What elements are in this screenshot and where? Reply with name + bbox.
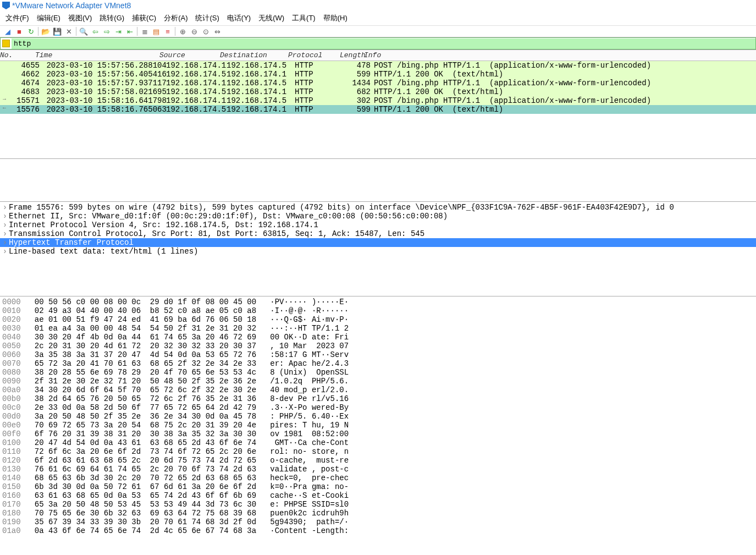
detail-line[interactable]: ›Internet Protocol Version 4, Src: 192.1… — [0, 221, 756, 229]
packet-row[interactable]: ←15576 2023-03-10 15:58:16.765063192.168… — [0, 105, 756, 114]
hex-row[interactable]: 0170 65 3a 20 50 48 50 53 45 53 53 49 44… — [2, 500, 754, 509]
col-protocol[interactable]: Protocol — [286, 50, 338, 61]
close-file-icon[interactable]: ✕ — [64, 27, 73, 36]
hex-row[interactable]: 00e0 70 69 72 65 73 3a 20 54 68 75 2c 20… — [2, 421, 754, 430]
hex-row[interactable]: 0140 68 65 63 6b 3d 30 2c 20 70 72 65 2d… — [2, 474, 754, 482]
zoom-out-icon[interactable]: ⊖ — [190, 27, 198, 36]
col-no[interactable]: No. — [0, 50, 33, 61]
hex-row[interactable]: 00b0 38 2d 64 65 76 20 50 65 72 6c 2f 76… — [2, 394, 754, 403]
save-file-icon[interactable]: 💾 — [53, 27, 62, 36]
go-forward-icon[interactable]: ⇨ — [102, 27, 111, 36]
stop-capture-icon[interactable]: ■ — [15, 27, 24, 36]
menu-item[interactable]: 电话(Y) — [224, 12, 254, 24]
packet-row[interactable]: 4662 2023-03-10 15:57:56.405416192.168.1… — [0, 70, 756, 79]
hex-row[interactable]: 00c0 2e 33 0d 0a 58 2d 50 6f 77 65 72 65… — [2, 403, 754, 412]
hex-row[interactable]: 0010 02 49 a3 04 40 00 40 06 b8 52 c0 a8… — [2, 306, 754, 315]
hex-row[interactable]: 0050 2c 20 31 30 20 4d 61 72 20 32 30 32… — [2, 342, 754, 350]
hex-row[interactable]: 00d0 3a 20 50 48 50 2f 35 2e 36 2e 34 30… — [2, 412, 754, 421]
display-filter-input[interactable] — [12, 39, 755, 49]
col-source[interactable]: Source — [157, 50, 218, 61]
menu-item[interactable]: 文件(F) — [2, 12, 32, 24]
open-file-icon[interactable]: 📂 — [41, 27, 50, 36]
hex-row[interactable]: 0130 76 61 6c 69 64 61 74 65 2c 20 70 6f… — [2, 465, 754, 474]
hex-row[interactable]: 0160 63 61 63 68 65 0d 0a 53 65 74 2d 43… — [2, 491, 754, 500]
packet-row[interactable]: 4655 2023-03-10 15:57:56.288104192.168.1… — [0, 61, 756, 70]
start-capture-icon[interactable]: ◢ — [3, 27, 12, 36]
colorize-icon[interactable]: ▤ — [152, 27, 161, 36]
window-title: *VMware Network Adapter VMnet8 — [12, 1, 131, 10]
menu-item[interactable]: 跳转(G) — [96, 12, 128, 24]
packet-list[interactable]: 4655 2023-03-10 15:57:56.288104192.168.1… — [0, 61, 756, 159]
menu-item[interactable]: 工具(T) — [289, 12, 319, 24]
toolbar: ◢ ■ ↻ 📂 💾 ✕ 🔍 ⇦ ⇨ ⇥ ⇤ ≣ ▤ ≡ ⊕ ⊖ ⊙ ⇔ — [0, 26, 756, 37]
menu-item[interactable]: 帮助(H) — [320, 12, 351, 24]
toolbar-separator — [137, 27, 137, 36]
packet-bytes[interactable]: 0000 00 50 56 c0 00 08 00 0c 29 d0 1f 0f… — [0, 296, 756, 536]
col-length[interactable]: Length — [338, 50, 362, 61]
hex-row[interactable]: 0110 72 6f 6c 3a 20 6e 6f 2d 73 74 6f 72… — [2, 447, 754, 456]
hex-row[interactable]: 0090 2f 31 2e 30 2e 32 71 20 50 48 50 2f… — [2, 377, 754, 386]
jump-packet-icon[interactable]: ⇥ — [114, 27, 123, 36]
detail-line[interactable]: ›Transmission Control Protocol, Src Port… — [0, 229, 756, 238]
menu-item[interactable]: 分析(A) — [161, 12, 191, 24]
toolbar-separator — [76, 27, 76, 36]
hex-row[interactable]: 00a0 34 30 20 6d 6f 64 5f 70 65 72 6c 2f… — [2, 386, 754, 394]
packet-row[interactable]: 4683 2023-03-10 15:57:58.021695192.168.1… — [0, 87, 756, 96]
go-back-icon[interactable]: ⇦ — [91, 27, 100, 36]
title-bar: *VMware Network Adapter VMnet8 — [0, 0, 756, 11]
hex-row[interactable]: 0190 35 67 39 34 33 39 30 3b 20 70 61 74… — [2, 518, 754, 526]
auto-scroll-icon[interactable]: ≣ — [140, 27, 149, 36]
app-icon — [2, 2, 10, 9]
filter-bookmark-icon[interactable] — [2, 40, 10, 47]
hex-row[interactable]: 0000 00 50 56 c0 00 08 00 0c 29 d0 1f 0f… — [2, 298, 754, 306]
hex-row[interactable]: 0040 30 30 20 4f 4b 0d 0a 44 61 74 65 3a… — [2, 333, 754, 342]
hex-row[interactable]: 0150 6b 3d 30 0d 0a 50 72 61 67 6d 61 3a… — [2, 482, 754, 491]
menu-item[interactable]: 编辑(E) — [34, 12, 64, 24]
zoom-reset-icon[interactable]: ⊙ — [201, 27, 210, 36]
packet-details[interactable]: ›Frame 15576: 599 bytes on wire (4792 bi… — [0, 203, 756, 296]
search-icon[interactable]: 🔍 — [79, 27, 88, 36]
menu-item[interactable]: 无线(W) — [255, 12, 288, 24]
menu-item[interactable]: 视图(V) — [65, 12, 95, 24]
hex-row[interactable]: 0100 20 47 4d 54 0d 0a 43 61 63 68 65 2d… — [2, 438, 754, 447]
detail-line[interactable]: ›Hypertext Transfer Protocol — [0, 238, 756, 247]
col-info[interactable]: Info — [362, 50, 756, 61]
packet-row[interactable]: 4674 2023-03-10 15:57:57.937117192.168.1… — [0, 79, 756, 87]
hex-row[interactable]: 0020 ae 01 00 51 f9 47 24 ed 41 69 ba 6d… — [2, 315, 754, 324]
hex-row[interactable]: 0180 70 75 65 6e 30 6b 32 63 69 63 64 72… — [2, 509, 754, 518]
packet-list-empty-area — [0, 159, 756, 202]
toolbar-separator — [38, 27, 38, 36]
col-destination[interactable]: Destination — [218, 50, 286, 61]
hex-row[interactable]: 01a0 0a 43 6f 6e 74 65 6e 74 2d 4c 65 6e… — [2, 526, 754, 535]
toolbar-separator — [175, 27, 175, 36]
resize-columns-icon[interactable]: ⇔ — [213, 27, 222, 36]
restart-capture-icon[interactable]: ↻ — [26, 27, 35, 36]
detail-line[interactable]: ›Line-based text data: text/html (1 line… — [0, 247, 756, 256]
detail-line[interactable]: ›Ethernet II, Src: VMware_d0:1f:0f (00:0… — [0, 212, 756, 221]
hex-row[interactable]: 00f0 6f 76 20 31 39 38 31 20 30 38 3a 35… — [2, 430, 754, 438]
hex-row[interactable]: 0080 38 20 28 55 6e 69 78 29 20 4f 70 65… — [2, 368, 754, 377]
hex-row[interactable]: 0120 6f 2d 63 61 63 68 65 2c 20 6d 75 73… — [2, 456, 754, 465]
menu-bar: 文件(F)编辑(E)视图(V)跳转(G)捕获(C)分析(A)统计(S)电话(Y)… — [0, 11, 756, 26]
menu-item[interactable]: 统计(S) — [192, 12, 222, 24]
go-first-icon[interactable]: ⇤ — [125, 27, 134, 36]
packet-row[interactable]: →15571 2023-03-10 15:58:16.641798192.168… — [0, 96, 756, 105]
display-filter-bar[interactable] — [0, 37, 756, 50]
hex-row[interactable]: 0060 3a 35 38 3a 31 37 20 47 4d 54 0d 0a… — [2, 350, 754, 359]
packet-list-header: No. Time Source Destination Protocol Len… — [0, 50, 756, 61]
enlarge-icon[interactable]: ≡ — [163, 27, 172, 36]
detail-line[interactable]: ›Frame 15576: 599 bytes on wire (4792 bi… — [0, 203, 756, 212]
menu-item[interactable]: 捕获(C) — [129, 12, 159, 24]
hex-row[interactable]: 0030 01 ea a4 3a 00 00 48 54 54 50 2f 31… — [2, 324, 754, 333]
zoom-in-icon[interactable]: ⊕ — [178, 27, 187, 36]
col-time[interactable]: Time — [33, 50, 157, 61]
hex-row[interactable]: 0070 65 72 3a 20 41 70 61 63 68 65 2f 32… — [2, 359, 754, 368]
